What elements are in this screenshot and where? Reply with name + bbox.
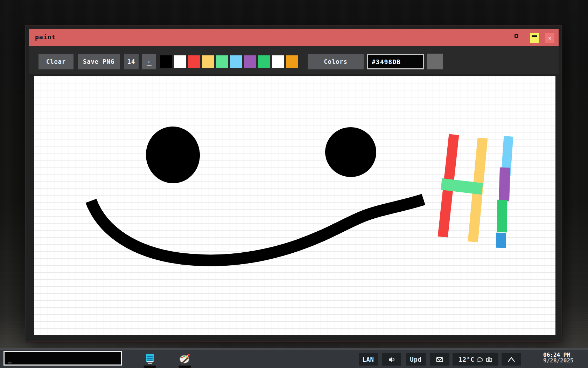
stroke-hi-i-blue (501, 233, 501, 248)
taskbar-app-paint[interactable] (179, 353, 191, 365)
titlebar[interactable]: paint ✕ (29, 29, 559, 46)
brush-size-value: 14 (124, 54, 139, 69)
tray-graph-button[interactable] (502, 353, 521, 366)
brush-size-stepper[interactable]: + (142, 54, 156, 69)
clock-date: 9/28/2025 (543, 358, 585, 363)
taskbar-app-notes[interactable] (144, 353, 156, 365)
palette-swatch-2[interactable] (188, 55, 200, 68)
clear-button[interactable]: Clear (38, 54, 74, 69)
stroke-hi-h-bar-green (441, 184, 482, 189)
palette-swatch-7[interactable] (258, 55, 270, 68)
toolbar: Clear Save PNG 14 + Colors (29, 46, 559, 74)
canvas-drawing (34, 76, 555, 335)
taskbar-command-input[interactable]: _ (4, 351, 122, 366)
stroke-left-eye (144, 124, 202, 186)
taskbar: _ (0, 348, 588, 368)
text-cursor: _ (8, 359, 12, 362)
stroke-smile (91, 199, 424, 260)
palette-swatch-8[interactable] (272, 55, 284, 68)
active-color-swatch[interactable] (427, 54, 443, 69)
palette-swatch-9[interactable] (286, 55, 298, 68)
stepper-minus-icon[interactable] (147, 65, 152, 66)
hex-color-input[interactable] (367, 54, 424, 69)
stroke-hi-i-purple (504, 168, 505, 201)
speaker-icon (388, 356, 395, 363)
palette-swatch-1[interactable] (174, 55, 186, 68)
stroke-right-eye (323, 125, 378, 179)
tray-mail-button[interactable] (430, 353, 449, 366)
notepad-icon (144, 353, 156, 365)
clock[interactable]: 06:24 PM 9/28/2025 (543, 352, 585, 363)
minimize-button[interactable] (530, 33, 539, 43)
window-title: paint (35, 33, 56, 41)
app-shadow (178, 366, 191, 368)
paint-window: paint ✕ Clear Save PNG 14 + Colors (25, 25, 562, 342)
palette-swatch-4[interactable] (216, 55, 228, 68)
close-button[interactable]: ✕ (545, 33, 554, 43)
tray-updates-button[interactable]: Upd (406, 353, 426, 366)
palette-swatch-3[interactable] (202, 55, 214, 68)
stepper-plus-icon[interactable]: + (148, 59, 151, 64)
graph-peak-icon (507, 356, 516, 363)
minimize-icon (532, 35, 537, 37)
tray-lan-button[interactable]: LAN (359, 353, 378, 366)
colors-button[interactable]: Colors (308, 54, 364, 69)
save-png-button[interactable]: Save PNG (78, 54, 120, 69)
app-shadow (144, 366, 156, 368)
stroke-hi-i-green (502, 200, 502, 232)
camera-icon (486, 357, 492, 362)
paint-palette-icon (179, 353, 191, 365)
desktop: paint ✕ Clear Save PNG 14 + Colors _ (0, 0, 588, 368)
tray-weather-button[interactable]: 12°C (453, 353, 498, 366)
palette-swatch-0[interactable] (160, 55, 172, 68)
titlebar-deco-icon (514, 34, 518, 38)
tray-volume-button[interactable] (382, 353, 401, 366)
drawing-canvas[interactable] (34, 76, 555, 335)
palette-swatch-6[interactable] (244, 55, 256, 68)
mail-icon (436, 357, 443, 362)
cloud-icon (476, 357, 484, 362)
palette-swatch-5[interactable] (230, 55, 242, 68)
temperature-label: 12°C (459, 356, 475, 363)
